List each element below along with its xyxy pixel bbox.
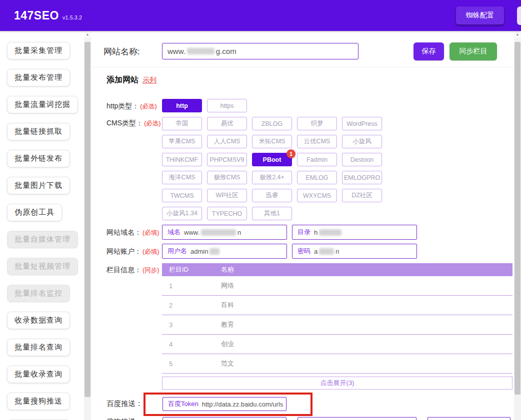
cms-option-button[interactable]: THINKCMF <box>162 153 202 166</box>
sync-tag: (同步) <box>142 267 159 274</box>
username-input[interactable]: 用户名 admin <box>162 244 287 259</box>
password-input[interactable]: 密码 an <box>292 244 417 259</box>
save-button[interactable]: 保存 <box>414 42 444 60</box>
cms-option-button[interactable]: 其他1 <box>252 207 292 220</box>
cms-option-button[interactable]: PBoot 1 <box>252 153 292 166</box>
table-row: 3 教育 <box>162 315 512 335</box>
sidebar-item[interactable]: 批量短视频管理 <box>7 258 78 275</box>
table-row: 4 创业 <box>162 335 512 354</box>
cms-option-button[interactable]: 人人CMS <box>207 135 247 148</box>
sidebar-item[interactable]: 批量搜狗推送 <box>7 393 70 410</box>
sidebar-item-label: 批量图片下载 <box>14 181 62 189</box>
sogou-push-label: 搜狗推送： <box>106 417 143 420</box>
sidebar-item-label: 伪原创工具 <box>14 208 54 216</box>
cms-option-button[interactable]: 小旋风1.34 <box>162 207 202 220</box>
domain-row: 网站域名：(必填) 域名 www.n 目录 h <box>91 225 514 240</box>
sidebar-item-label: 收录数据查询 <box>14 316 62 324</box>
cms-option-button[interactable]: 云优CMS <box>297 135 337 148</box>
section-title: 添加网站 <box>106 75 138 84</box>
sidebar-item[interactable]: 批量图片下载 <box>7 177 70 194</box>
cms-option-button[interactable]: EMLOG <box>297 171 337 184</box>
required-tag: (必选) <box>140 103 156 110</box>
cms-option-button[interactable]: 织梦 <box>297 117 337 130</box>
domain-label: 网站域名： <box>106 228 142 236</box>
sidebar-item[interactable]: 批量收录查询 <box>7 366 70 383</box>
cms-option-button[interactable]: DZ社区 <box>342 189 382 202</box>
http-option-button[interactable]: https <box>207 99 247 112</box>
sidebar-item[interactable]: 批量发布管理 <box>7 69 70 86</box>
columns-table: 栏目ID 名称 1 网络 2 百科 <box>162 263 512 374</box>
sidebar-item[interactable]: 批量链接抓取 <box>7 123 70 140</box>
cms-option-button[interactable]: EMLOGPRO <box>342 171 382 184</box>
sidebar-item[interactable]: 批量外链发布 <box>7 150 70 167</box>
cms-option-button[interactable]: 迅睿 <box>252 189 292 202</box>
domain-input[interactable]: 域名 www.n <box>162 225 287 240</box>
cms-option-button[interactable]: Fadmin <box>297 153 337 166</box>
scroll-up-icon[interactable]: ▲ <box>84 31 91 38</box>
cms-option-button[interactable]: WP社区 <box>207 189 247 202</box>
baidu-push-row: 百度推送： 百度Token http://data.zz.baidu.com/u… <box>91 393 514 418</box>
spider-config-button[interactable]: 蜘蛛配置 <box>456 6 504 24</box>
main-scrollbar[interactable]: ▲ <box>514 31 521 420</box>
table-row: 1 网络 <box>162 276 512 296</box>
sidebar-item[interactable]: 批量自媒体管理 <box>7 231 78 248</box>
cms-option-button[interactable]: ZBLOG <box>252 117 292 130</box>
partial-header-button[interactable] <box>517 6 521 25</box>
sidebar-item-label: 批量链接抓取 <box>14 127 62 135</box>
account-label: 网站账户： <box>106 247 142 255</box>
sidebar-item[interactable]: 伪原创工具 <box>7 204 62 221</box>
cms-option-button[interactable]: PHPCMSV9 <box>207 153 247 166</box>
scroll-up-icon[interactable]: ▲ <box>514 31 521 38</box>
baidu-token-input[interactable]: 百度Token http://data.zz.baidu.com/urls <box>162 397 286 411</box>
sidebar-item[interactable]: 收录数据查询 <box>7 312 70 329</box>
sidebar-item[interactable]: 批量采集管理 <box>7 42 70 59</box>
cms-option-button[interactable]: 帝国 <box>162 117 202 130</box>
columns-label: 栏目信息： <box>106 266 142 274</box>
required-tag: (必填) <box>142 248 159 255</box>
example-link[interactable]: 示列 <box>142 76 156 84</box>
sidebar-scrollbar[interactable]: ▲ <box>84 31 91 420</box>
http-option-button[interactable]: http <box>162 99 202 112</box>
sidebar-item-label: 批量排名监控 <box>14 289 62 297</box>
cell-column-name: 创业 <box>221 340 512 349</box>
cms-option-button[interactable]: TYPECHO <box>207 207 247 220</box>
cms-option-button[interactable]: 海洋CMS <box>162 171 202 184</box>
sidebar-item-label: 批量外链发布 <box>14 154 62 162</box>
table-body: 1 网络 2 百科 3 教育 <box>162 276 512 374</box>
sidebar-item-label: 批量收录查询 <box>14 370 62 378</box>
redacted-text <box>201 229 236 236</box>
sidebar-item[interactable]: 批量流量词挖掘 <box>7 96 78 113</box>
cms-option-button[interactable]: WXYCMS <box>297 189 337 202</box>
cms-option-button[interactable]: 苹果CMS <box>162 135 202 148</box>
cms-option-button[interactable]: 小旋风 <box>342 135 382 148</box>
cms-option-button[interactable]: 易优 <box>207 117 247 130</box>
main-panel: 网站名称: www.g.com 保存 同步栏目 添加网站示列 http类型：(必… <box>91 31 514 420</box>
cms-option-button[interactable]: Destoon <box>342 153 382 166</box>
sidebar-item[interactable]: 批量排名监控 <box>7 285 70 302</box>
sync-columns-button[interactable]: 同步栏目 <box>450 42 497 60</box>
table-row: 2 百科 <box>162 296 512 315</box>
sidebar-item-label: 批量自媒体管理 <box>14 235 70 243</box>
redacted-text <box>319 229 342 236</box>
redacted-text <box>187 48 214 54</box>
http-type-row: http类型：(必选) http https <box>91 99 514 113</box>
cms-option-button[interactable]: TWCMS <box>162 189 202 202</box>
cms-option-button[interactable]: 极致2.4+ <box>252 171 292 184</box>
directory-input[interactable]: 目录 h <box>292 225 417 240</box>
cms-option-button[interactable]: 极致CMS <box>207 171 247 184</box>
sidebar-item[interactable]: 批量排名查询 <box>7 339 70 356</box>
cms-option-button[interactable]: 米拓CMS <box>252 135 292 148</box>
sidebar-scrollbar-thumb[interactable] <box>84 42 90 397</box>
sogou-input-3[interactable] <box>428 417 510 420</box>
sogou-input-1[interactable] <box>162 417 286 420</box>
cms-options: 帝国 易优 ZBLOG 织梦 <box>162 117 388 220</box>
cms-option-button[interactable]: WordPress <box>342 117 382 130</box>
site-name-input[interactable]: www.g.com <box>162 43 358 59</box>
expand-more-button[interactable]: 点击展开(3) <box>162 377 512 390</box>
cell-column-name: 教育 <box>221 320 512 329</box>
account-row: 网站账户：(必填) 用户名 admin 密码 an <box>91 244 514 259</box>
http-type-label: http类型： <box>106 102 139 110</box>
sogou-input-2[interactable] <box>298 417 416 420</box>
main-scrollbar-thumb[interactable] <box>514 42 520 395</box>
cell-column-name: 百科 <box>221 301 512 310</box>
